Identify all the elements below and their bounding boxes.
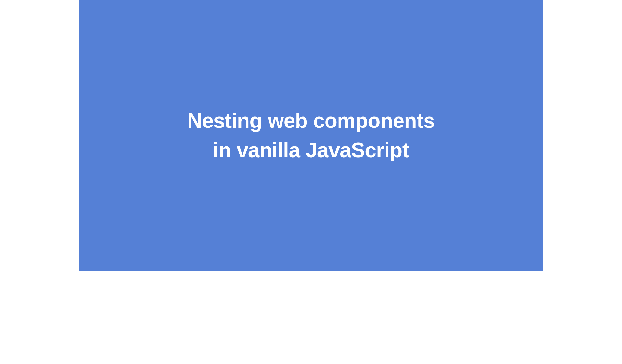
title-line-2: in vanilla JavaScript bbox=[187, 136, 435, 165]
slide-container: Nesting web components in vanilla JavaSc… bbox=[79, 0, 543, 271]
title-line-1: Nesting web components bbox=[187, 106, 435, 136]
slide-title: Nesting web components in vanilla JavaSc… bbox=[187, 106, 435, 165]
